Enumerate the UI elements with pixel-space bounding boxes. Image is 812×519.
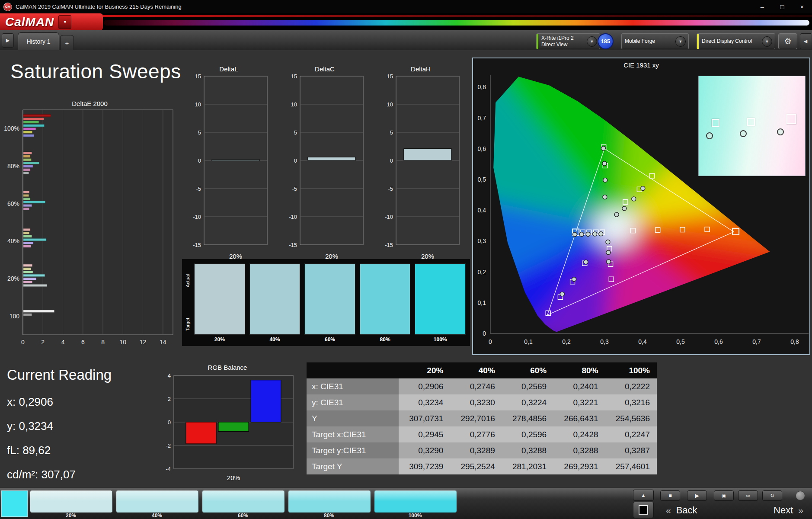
svg-text:0,4: 0,4: [478, 207, 486, 214]
table-cell: 269,2931: [553, 458, 605, 474]
table-row: Target Y309,7239295,2524281,2031269,2931…: [307, 458, 657, 474]
column-header: 80%: [553, 362, 605, 378]
table-cell: 292,7016: [450, 410, 502, 426]
table-row: y: CIE310,32340,32300,32240,32210,3216: [307, 394, 657, 410]
svg-text:0,1: 0,1: [478, 299, 486, 306]
table-cell: 309,7239: [399, 458, 450, 474]
svg-text:4: 4: [168, 373, 171, 379]
next-button[interactable]: Next »: [738, 502, 809, 519]
svg-text:14: 14: [160, 339, 166, 346]
cie-measured-point: [607, 260, 611, 264]
saturation-swatch: 40%: [249, 263, 301, 345]
deltae-chart-title: DeltaE 2000: [2, 99, 177, 109]
meter-dropdown[interactable]: X-Rite i1Pro 2 Direct View ▼: [536, 33, 600, 49]
record-button[interactable]: ◉: [714, 490, 734, 501]
svg-text:-15: -15: [193, 242, 201, 248]
brand-menu-arrow-icon[interactable]: ▼: [58, 15, 71, 29]
meter-count-badge[interactable]: 185: [598, 33, 614, 49]
actual-label: Actual: [185, 274, 190, 288]
deltal-chart-title: DeltaL: [187, 64, 271, 74]
svg-text:0: 0: [294, 157, 297, 164]
add-tab-button[interactable]: +: [60, 35, 74, 50]
svg-text:0: 0: [390, 157, 393, 164]
svg-text:0,6: 0,6: [714, 338, 723, 345]
settings-button[interactable]: ⚙: [778, 33, 797, 49]
patch-button-80%[interactable]: [288, 490, 371, 513]
back-button[interactable]: « Back: [661, 502, 736, 519]
cie-measured-point: [606, 250, 611, 255]
stop-button[interactable]: ■: [660, 490, 680, 501]
svg-text:15: 15: [291, 74, 297, 80]
current-reading-x: x: 0,2906: [7, 395, 112, 409]
panel-collapse-button[interactable]: ◀: [800, 33, 811, 49]
cie-measured-point: [573, 232, 577, 237]
refresh-button[interactable]: ↻: [762, 490, 782, 501]
results-table: 20%40%60%80%100% x: CIE310,29060,27460,2…: [307, 362, 657, 474]
loop-button[interactable]: ∞: [738, 490, 758, 501]
panel-expand-button[interactable]: ▶: [2, 33, 14, 48]
saturation-swatch: 100%: [415, 263, 466, 345]
table-cell: 0,2222: [605, 378, 657, 394]
patch-button-20%[interactable]: [30, 490, 113, 513]
display-control-label: Direct Display Control: [699, 38, 755, 44]
close-button[interactable]: ×: [792, 0, 812, 13]
svg-text:100: 100: [10, 313, 20, 320]
up-icon: ▲: [641, 493, 646, 498]
cie-measured-point: [614, 212, 619, 217]
patch-label: 100%: [374, 513, 456, 519]
brand-logo[interactable]: CalMAN ▼: [0, 13, 103, 30]
svg-text:15: 15: [387, 74, 393, 80]
current-reading-y: y: 0,3234: [7, 420, 112, 433]
inset-target-point: [747, 118, 755, 126]
svg-text:0: 0: [483, 330, 486, 337]
table-cell: 0,2746: [450, 378, 502, 394]
table-cell: 0,2247: [605, 426, 657, 442]
minimize-button[interactable]: –: [752, 0, 772, 13]
cie-measured-point: [579, 232, 584, 237]
inset-target-point: [712, 119, 719, 127]
patch-button-60%[interactable]: [202, 490, 285, 513]
title-bar: CM CalMAN 2019 CalMAN Ultimate for Busin…: [0, 0, 812, 13]
app-window: CM CalMAN 2019 CalMAN Ultimate for Busin…: [0, 0, 812, 519]
cie-measured-point: [586, 232, 590, 236]
table-row: x: CIE310,29060,27460,25690,24010,2222: [307, 378, 657, 394]
pattern-window-button[interactable]: [633, 502, 654, 518]
svg-text:0: 0: [21, 339, 25, 346]
page-title: Saturation Sweeps: [10, 60, 181, 83]
play-button[interactable]: ▶: [687, 490, 707, 501]
panel-expand-icon: ▶: [6, 38, 10, 43]
svg-text:0,6: 0,6: [478, 145, 486, 152]
tab-history-1[interactable]: History 1: [18, 32, 59, 50]
deltal-chart-plot: -15-10-505101520%: [187, 74, 271, 271]
table-cell: 254,5636: [605, 410, 657, 426]
table-cell: 0,3288: [502, 442, 553, 458]
layout-up-button[interactable]: ▲: [633, 490, 654, 501]
pattern-source-dropdown[interactable]: Mobile Forge ▼: [621, 33, 689, 49]
table-cell: 0,2596: [502, 426, 553, 442]
deltac-chart-title: DeltaC: [283, 64, 367, 74]
svg-text:0,8: 0,8: [790, 338, 799, 345]
column-header: 40%: [450, 362, 502, 378]
svg-text:0: 0: [168, 419, 171, 426]
chevron-down-icon: ▼: [587, 36, 597, 47]
maximize-button[interactable]: □: [772, 0, 792, 13]
rgb-balance-plot: -4-202420%: [158, 373, 297, 484]
svg-text:6: 6: [81, 339, 85, 346]
svg-text:-5: -5: [292, 186, 297, 192]
rgb-balance-title: RGB Balance: [158, 362, 297, 373]
svg-text:0,7: 0,7: [752, 338, 761, 345]
svg-text:80%: 80%: [7, 163, 19, 170]
cie-measured-point: [632, 197, 636, 201]
window-controls: – □ ×: [752, 0, 812, 13]
table-cell: 0,2945: [399, 426, 450, 442]
patch-button-100%[interactable]: [374, 490, 457, 513]
patch-button-40%[interactable]: [116, 490, 199, 513]
display-control-dropdown[interactable]: Direct Display Control ▼: [697, 33, 775, 49]
svg-text:10: 10: [195, 101, 201, 108]
current-reading-title: Current Reading: [7, 367, 112, 383]
svg-text:10: 10: [387, 101, 393, 108]
swatch-color: [360, 263, 411, 335]
svg-text:2: 2: [41, 339, 45, 346]
next-chevron-icon: »: [793, 505, 809, 516]
table-cell: 0,3288: [553, 442, 605, 458]
